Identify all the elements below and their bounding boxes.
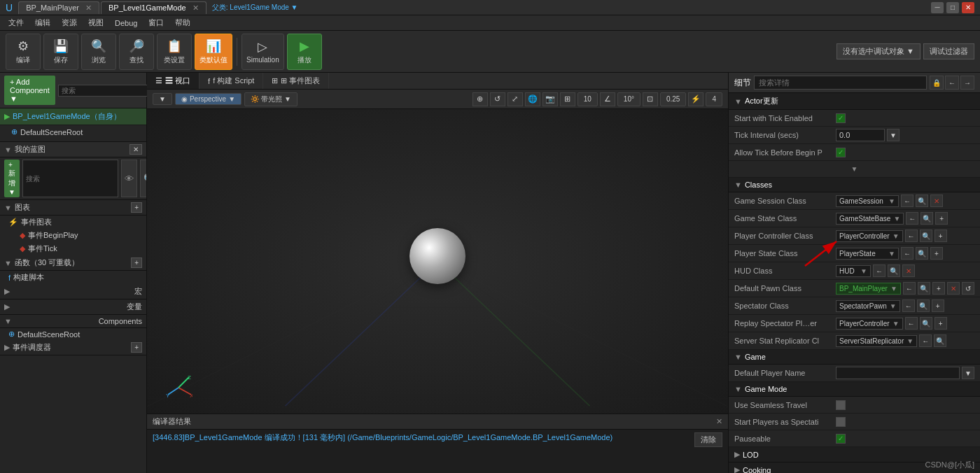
tick-interval-expand[interactable]: ▼ bbox=[887, 129, 899, 141]
browse-button[interactable]: 🔍 浏览 bbox=[81, 34, 116, 70]
functions-add-btn[interactable]: + bbox=[131, 257, 142, 268]
add-new-button[interactable]: + 新增▼ bbox=[4, 160, 20, 197]
scale-icon[interactable]: ⤢ bbox=[507, 92, 523, 106]
allow-tick-checkbox[interactable]: ✓ bbox=[836, 148, 846, 157]
save-button[interactable]: 💾 保存 bbox=[43, 34, 78, 70]
camera-speed-btn[interactable]: 4 bbox=[706, 92, 722, 106]
scale-size-btn[interactable]: 0.25 bbox=[660, 92, 686, 106]
viewport-options-btn[interactable]: ▼ bbox=[153, 93, 172, 105]
default-pawn-nav1[interactable]: ← bbox=[903, 282, 916, 295]
blueprint-search[interactable] bbox=[22, 160, 118, 197]
begin-play-item[interactable]: ◆ 事件BeginPlay bbox=[11, 229, 146, 242]
menu-help[interactable]: 帮助 bbox=[169, 16, 196, 29]
lit-mode-btn[interactable]: 🔆 带光照 ▼ bbox=[244, 92, 298, 106]
player-state-search[interactable]: 🔍 bbox=[916, 247, 928, 260]
default-pawn-search[interactable]: 🔍 bbox=[918, 282, 930, 295]
pauseable-checkbox[interactable]: ✓ bbox=[836, 434, 846, 444]
replay-spectator-nav1[interactable]: ← bbox=[905, 317, 918, 330]
dispatch-add-btn[interactable]: + bbox=[131, 342, 142, 353]
tab-close-gamemode[interactable]: ✕ bbox=[192, 3, 199, 12]
macros-section[interactable]: ▶ 宏 bbox=[0, 284, 146, 299]
hud-nav1[interactable]: ← bbox=[873, 264, 886, 277]
properties-search[interactable] bbox=[754, 76, 927, 90]
seamless-travel-checkbox[interactable] bbox=[836, 400, 846, 410]
game-state-add[interactable]: + bbox=[935, 212, 948, 225]
player-controller-dropdown[interactable]: PlayerController ▼ bbox=[836, 230, 903, 242]
scale-snap-icon[interactable]: ⊡ bbox=[643, 92, 658, 106]
player-controller-search[interactable]: 🔍 bbox=[920, 230, 932, 242]
debug-filter-button[interactable]: 调试过滤器 bbox=[923, 43, 974, 59]
grid-size-btn[interactable]: 10 bbox=[578, 92, 598, 106]
simulation-button[interactable]: ▷ Simulation bbox=[241, 34, 284, 70]
forward-properties-btn[interactable]: → bbox=[960, 76, 974, 90]
construct-script-item[interactable]: f 构建脚本 bbox=[0, 271, 146, 284]
close-button[interactable]: ✕ bbox=[962, 2, 974, 13]
maximize-button[interactable]: □ bbox=[946, 2, 959, 13]
functions-section[interactable]: ▼ 函数（30 可重载） + bbox=[0, 255, 146, 271]
classes-section[interactable]: ▼ Classes bbox=[729, 178, 980, 192]
menu-asset[interactable]: 资源 bbox=[56, 16, 83, 29]
compiler-close-btn[interactable]: ✕ bbox=[716, 417, 722, 426]
rotate-icon[interactable]: ↺ bbox=[490, 92, 505, 106]
spectator-dropdown[interactable]: SpectatorPawn ▼ bbox=[836, 300, 900, 312]
hud-search[interactable]: 🔍 bbox=[888, 264, 900, 277]
replay-spectator-search[interactable]: 🔍 bbox=[920, 317, 932, 330]
class-settings-button[interactable]: 📋 类设置 bbox=[157, 34, 192, 70]
menu-debug[interactable]: Debug bbox=[109, 17, 143, 29]
tab-close-mainplayer[interactable]: ✕ bbox=[85, 3, 92, 12]
angle-size-btn[interactable]: 10° bbox=[617, 92, 640, 106]
find-button[interactable]: 🔎 查找 bbox=[119, 34, 154, 70]
grid-snap-icon[interactable]: ⊞ bbox=[560, 92, 575, 106]
game-state-dropdown[interactable]: GameStateBase ▼ bbox=[836, 213, 904, 225]
default-pawn-nav2[interactable]: ↺ bbox=[962, 282, 974, 295]
components-search[interactable] bbox=[58, 85, 154, 97]
tick-interval-input[interactable] bbox=[836, 129, 885, 141]
title-tab-bp-levelgamemode[interactable]: BP_Level1GameMode ✕ bbox=[101, 1, 206, 14]
back-properties-btn[interactable]: ← bbox=[945, 76, 959, 90]
tab-viewport[interactable]: ☰ ☰ 视口 bbox=[147, 73, 200, 89]
menu-file[interactable]: 文件 bbox=[3, 16, 29, 29]
lock-properties-btn[interactable]: 🔒 bbox=[930, 76, 944, 90]
perspective-btn[interactable]: ◉ Perspective ▼ bbox=[175, 93, 241, 105]
replay-spectator-dropdown[interactable]: PlayerController ▼ bbox=[836, 318, 903, 330]
blueprint-search-btn[interactable]: 🔍 bbox=[140, 160, 146, 197]
hud-clear[interactable]: ✕ bbox=[902, 264, 915, 277]
player-name-arrow[interactable]: ▼ bbox=[962, 367, 974, 379]
player-state-nav1[interactable]: ← bbox=[901, 247, 913, 260]
my-blueprint-section[interactable]: ▼ 我的蓝图 ✕ bbox=[0, 142, 146, 157]
player-state-dropdown[interactable]: PlayerState ▼ bbox=[836, 248, 899, 260]
translate-icon[interactable]: ⊕ bbox=[472, 92, 488, 106]
event-graph-item[interactable]: ⚡ 事件图表 bbox=[0, 216, 146, 229]
add-component-button[interactable]: + Add Component ▼ bbox=[4, 76, 55, 105]
server-stat-nav1[interactable]: ← bbox=[919, 334, 932, 347]
variables-section[interactable]: ▶ 变量 bbox=[0, 299, 146, 315]
tab-event-graph[interactable]: ⊞ ⊞ 事件图表 bbox=[263, 73, 329, 89]
spectator-add[interactable]: + bbox=[932, 299, 944, 312]
player-state-add[interactable]: + bbox=[930, 247, 943, 260]
components-sub-section[interactable]: ▼ Components bbox=[0, 315, 146, 328]
server-stat-dropdown[interactable]: ServerStatReplicator ▼ bbox=[836, 335, 917, 347]
section-expand-arrow[interactable]: ▼ bbox=[851, 165, 858, 173]
hud-dropdown[interactable]: HUD ▼ bbox=[836, 265, 871, 277]
blueprint-search-icon[interactable]: 👁 bbox=[121, 160, 137, 197]
graphs-section[interactable]: ▼ 图表 + bbox=[0, 200, 146, 216]
compile-button[interactable]: ⚙ 编译 bbox=[6, 34, 41, 70]
game-session-nav1[interactable]: ← bbox=[901, 195, 913, 207]
start-spectators-checkbox[interactable] bbox=[836, 417, 846, 427]
tab-construction[interactable]: f f 构建 Script bbox=[200, 73, 263, 89]
title-tab-bp-mainplayer[interactable]: BP_MainPlayer ✕ bbox=[18, 1, 99, 14]
menu-edit[interactable]: 编辑 bbox=[29, 16, 56, 29]
camera-icon[interactable]: 📷 bbox=[542, 92, 558, 106]
replay-spectator-add[interactable]: + bbox=[934, 317, 947, 330]
game-session-search[interactable]: 🔍 bbox=[916, 195, 928, 207]
default-pawn-dropdown[interactable]: BP_MainPlayer ▼ bbox=[836, 283, 901, 295]
default-scene-root-item[interactable]: ⊕ DefaultSceneRoot bbox=[0, 125, 146, 139]
player-controller-add[interactable]: + bbox=[934, 230, 947, 242]
class-defaults-button[interactable]: 📊 类默认值 bbox=[195, 34, 232, 70]
bp-self-item[interactable]: ▶ BP_Level1GameMode（自身） bbox=[0, 108, 146, 125]
player-name-input[interactable] bbox=[836, 367, 960, 379]
server-stat-search[interactable]: 🔍 bbox=[934, 334, 946, 347]
player-controller-nav1[interactable]: ← bbox=[905, 230, 918, 242]
game-state-nav1[interactable]: ← bbox=[906, 212, 918, 225]
game-state-search[interactable]: 🔍 bbox=[920, 212, 933, 225]
